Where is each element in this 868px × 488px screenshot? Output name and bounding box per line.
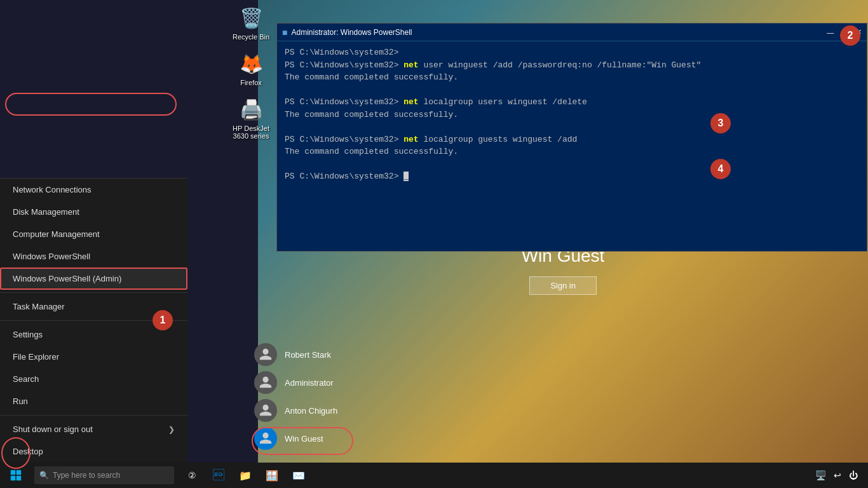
- step-badge-3: 3: [710, 113, 731, 133]
- monitor-icon[interactable]: 🖥️: [815, 470, 826, 480]
- file-explorer-taskbar-icon[interactable]: 📁: [233, 463, 258, 488]
- search-placeholder: Type here to search: [53, 471, 120, 480]
- menu-separator-3: [0, 415, 187, 416]
- ps-line-6: PS C:\Windows\system32> net localgroup g…: [285, 133, 859, 146]
- ps-line-blank-1: [285, 84, 859, 97]
- ps-line-4: PS C:\Windows\system32> net localgroup u…: [285, 96, 859, 109]
- desktop: 🗑️ Recycle Bin 🦊 Firefox 🖨️ HP DeskJet36…: [0, 0, 868, 488]
- svg-rect-3: [17, 476, 21, 480]
- ps-line-blank-3: [285, 158, 859, 171]
- user-list-item-admin[interactable]: Administrator: [254, 371, 337, 394]
- menu-separator-1: [0, 292, 187, 293]
- power-icon[interactable]: ⏻: [849, 470, 858, 480]
- anton-name: Anton Chigurh: [285, 406, 337, 416]
- powershell-titlebar[interactable]: ■ Administrator: Windows PowerShell — □ …: [277, 24, 867, 41]
- store-icon[interactable]: 🪟: [259, 463, 285, 488]
- user-list-item-robert[interactable]: Robert Stark: [254, 343, 337, 366]
- svg-rect-2: [11, 476, 15, 480]
- step-badge-2: 2: [840, 25, 860, 46]
- svg-rect-1: [17, 470, 21, 475]
- admin-avatar-icon: [259, 376, 273, 390]
- menu-item-file-explorer[interactable]: File Explorer: [0, 346, 187, 368]
- disk-management-label: Disk Management: [13, 207, 79, 217]
- menu-item-run[interactable]: Run: [0, 390, 187, 412]
- user-list-item-anton[interactable]: Anton Chigurh: [254, 399, 337, 422]
- powershell-title-icon: ■: [282, 27, 287, 37]
- desktop-label: Desktop: [13, 447, 43, 456]
- menu-item-disk-management[interactable]: Disk Management: [0, 201, 187, 223]
- shut-down-chevron: ❯: [168, 425, 175, 434]
- windows-logo-icon: [10, 470, 22, 481]
- admin-avatar: [254, 371, 277, 394]
- search-icon: 🔍: [39, 471, 49, 480]
- minimize-btn[interactable]: —: [827, 29, 834, 36]
- robert-name: Robert Stark: [285, 350, 331, 360]
- ps-line-5: The command completed successfully.: [285, 109, 859, 121]
- admin-name: Administrator: [285, 378, 334, 388]
- menu-item-shut-down[interactable]: Shut down or sign out ❯: [0, 418, 187, 440]
- powershell-window: ■ Administrator: Windows PowerShell — □ …: [276, 23, 867, 252]
- shut-down-label: Shut down or sign out: [13, 424, 93, 434]
- powershell-content: PS C:\Windows\system32> PS C:\Windows\sy…: [277, 41, 867, 188]
- menu-highlight-circle: [5, 93, 177, 116]
- robert-avatar-icon: [259, 348, 273, 362]
- powershell-title-text: Administrator: Windows PowerShell: [291, 28, 818, 37]
- language-icon[interactable]: ↩: [834, 470, 841, 480]
- taskbar-pinned-icons: ②  📁 🪟 ✉️: [179, 463, 311, 488]
- file-explorer-label: File Explorer: [13, 352, 59, 362]
- winguest-avatar: [254, 427, 277, 450]
- settings-label: Settings: [13, 330, 43, 339]
- menu-item-search[interactable]: Search: [0, 368, 187, 390]
- windows-powershell-admin-label: Windows PowerShell (Admin): [13, 274, 121, 283]
- search-label: Search: [13, 374, 39, 384]
- taskbar-right: 🖥️ ↩ ⏻: [815, 470, 868, 480]
- ps-line-2: PS C:\Windows\system32> net user wingues…: [285, 59, 859, 72]
- ps-line-1: PS C:\Windows\system32>: [285, 46, 859, 59]
- step-badge-4: 4: [710, 159, 731, 179]
- start-button[interactable]: [0, 463, 32, 488]
- svg-rect-0: [11, 470, 15, 475]
- edge-icon[interactable]: : [206, 463, 231, 488]
- menu-item-computer-management[interactable]: Computer Management: [0, 223, 187, 245]
- menu-item-desktop[interactable]: Desktop: [0, 440, 187, 463]
- run-label: Run: [13, 396, 28, 406]
- taskbar: 🔍 Type here to search ②  📁 🪟 ✉️ 🖥️ ↩ ⏻: [0, 463, 868, 488]
- menu-item-windows-powershell-admin[interactable]: Windows PowerShell (Admin): [0, 268, 187, 290]
- ps-line-blank-2: [285, 121, 859, 133]
- network-connections-label: Network Connections: [13, 185, 92, 194]
- ps-line-7: The command completed successfully.: [285, 146, 859, 158]
- ps-line-8: PS C:\Windows\system32> _: [285, 170, 859, 183]
- menu-item-network-connections[interactable]: Network Connections: [0, 179, 187, 201]
- taskbar-search[interactable]: 🔍 Type here to search: [34, 466, 174, 484]
- signin-button[interactable]: Sign in: [529, 276, 597, 295]
- ps-line-3: The command completed successfully.: [285, 71, 859, 84]
- anton-avatar-icon: [259, 403, 273, 417]
- task-view-icon[interactable]: ②: [179, 463, 205, 488]
- anton-avatar: [254, 399, 277, 422]
- robert-avatar: [254, 343, 277, 366]
- windows-powershell-label: Windows PowerShell: [13, 252, 90, 261]
- menu-item-windows-powershell[interactable]: Windows PowerShell: [0, 245, 187, 268]
- mail-icon[interactable]: ✉️: [286, 463, 311, 488]
- computer-management-label: Computer Management: [13, 229, 100, 239]
- winguest-name: Win Guest: [285, 434, 323, 444]
- user-list-item-winguest[interactable]: Win Guest: [254, 427, 337, 450]
- task-manager-label: Task Manager: [13, 302, 65, 311]
- winguest-avatar-icon: [259, 431, 273, 445]
- user-list: Robert Stark Administrator Anton Chigurh: [254, 343, 337, 450]
- step-badge-1: 1: [153, 310, 173, 330]
